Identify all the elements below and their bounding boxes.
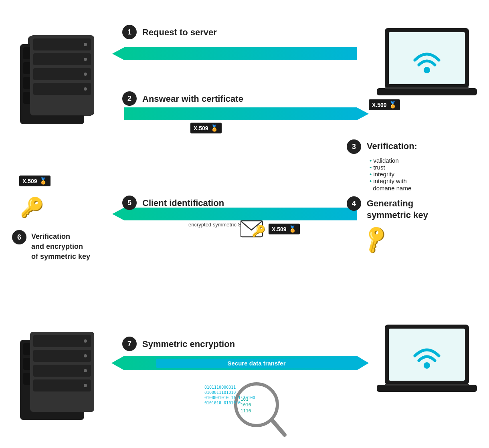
svg-point-61 xyxy=(84,369,87,372)
svg-rect-31 xyxy=(33,83,91,95)
svg-rect-39 xyxy=(377,88,477,95)
step-5-label: Client identification xyxy=(142,198,224,208)
step-3-label: Verification: xyxy=(367,141,417,151)
svg-rect-67 xyxy=(385,384,469,385)
medal-icon: 🏅 xyxy=(210,124,218,132)
svg-point-65 xyxy=(424,362,430,369)
step-7-label: Symmetric encryption xyxy=(142,339,235,349)
svg-point-34 xyxy=(84,73,87,76)
verification-item-2: trust xyxy=(370,164,411,171)
x509-badge-laptop: X.509 🏅 xyxy=(369,99,400,110)
verification-item-4: integrity with domane name xyxy=(370,178,411,192)
svg-point-60 xyxy=(84,354,87,357)
svg-rect-56 xyxy=(33,350,91,362)
svg-point-38 xyxy=(424,67,430,73)
step-2-circle: 2 xyxy=(122,91,137,106)
secure-transfer-label: Secure data transfer xyxy=(156,359,357,368)
svg-rect-40 xyxy=(385,87,469,89)
verification-list: validation trust integrity integrity wit… xyxy=(370,157,411,192)
svg-marker-12 xyxy=(357,356,369,370)
svg-marker-5 xyxy=(112,47,124,60)
svg-rect-4 xyxy=(124,47,357,60)
verification-item-1: validation xyxy=(370,157,411,164)
step-5-circle: 5 xyxy=(122,196,137,210)
svg-rect-37 xyxy=(389,32,465,84)
step-3-circle: 3 xyxy=(347,139,361,154)
svg-rect-29 xyxy=(33,53,91,65)
svg-rect-30 xyxy=(33,68,91,80)
medal-icon-3: 🏅 xyxy=(289,225,297,233)
svg-rect-28 xyxy=(33,38,91,50)
step-1-circle: 1 xyxy=(122,25,137,39)
step-4-label: Generatingsymmetric key xyxy=(367,198,428,221)
step-2-label: Answear with certificate xyxy=(142,94,243,104)
svg-line-70 xyxy=(273,421,285,435)
svg-point-35 xyxy=(84,87,87,91)
step-6-circle: 6 xyxy=(12,230,26,244)
key-icon-envelope: 🔑 xyxy=(252,224,266,238)
step-7-circle: 7 xyxy=(122,337,137,351)
svg-marker-11 xyxy=(111,356,124,370)
x509-badge-step6: X.509 🏅 xyxy=(19,176,51,186)
x509-badge-arrow5: X.509 🏅 xyxy=(269,224,300,234)
svg-marker-9 xyxy=(112,208,124,220)
binary-text-inner: 10110101110 xyxy=(240,397,251,414)
svg-rect-55 xyxy=(33,335,91,347)
svg-point-62 xyxy=(84,384,87,387)
x509-badge-arrow2: X.509 🏅 xyxy=(190,123,222,133)
step-1-label: Request to server xyxy=(142,27,217,38)
svg-rect-58 xyxy=(33,379,91,391)
svg-rect-64 xyxy=(389,329,465,381)
svg-marker-7 xyxy=(357,107,369,120)
medal-icon-4: 🏅 xyxy=(39,177,47,185)
key-icon-step6: 🔑 xyxy=(20,196,44,219)
svg-rect-66 xyxy=(377,385,477,392)
svg-point-33 xyxy=(84,58,87,61)
svg-rect-6 xyxy=(124,107,357,120)
svg-rect-57 xyxy=(33,365,91,377)
verification-item-3: integrity xyxy=(370,171,411,178)
svg-point-59 xyxy=(84,339,87,343)
step-6-label: Verificationand encryptionof symmetric k… xyxy=(31,232,90,262)
svg-point-32 xyxy=(84,43,87,46)
medal-icon-2: 🏅 xyxy=(389,101,397,109)
step-4-circle: 4 xyxy=(347,196,361,211)
diagram: 1 Request to server 2 Answear with certi… xyxy=(0,0,489,448)
